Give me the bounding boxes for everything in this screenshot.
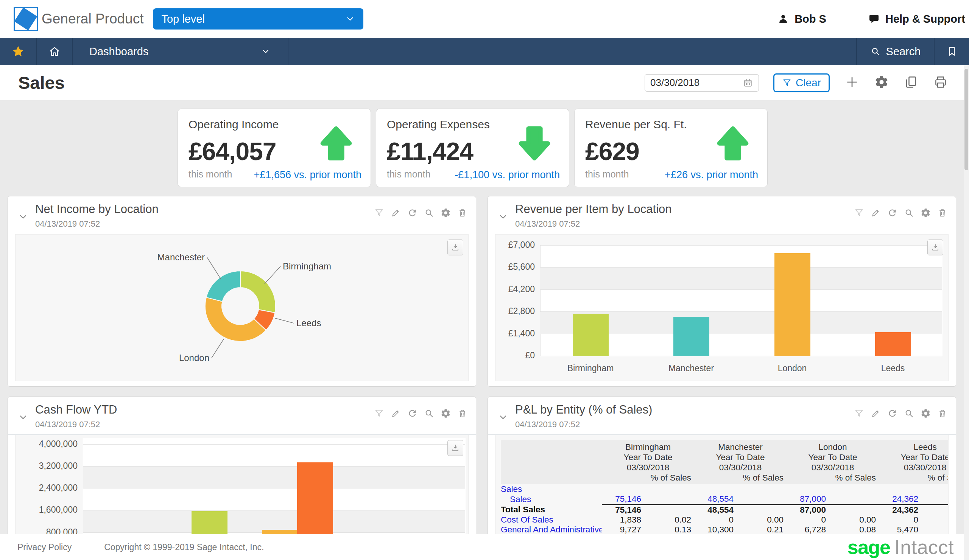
bar bbox=[673, 317, 709, 356]
widget-refresh-icon[interactable] bbox=[407, 208, 418, 219]
bar-chart-panel: £0£1,400£2,800£4,200£5,600£7,000Birmingh… bbox=[495, 234, 949, 381]
widget-refreshed-time: 04/13/2019 07:52 bbox=[35, 420, 100, 429]
privacy-policy-link[interactable]: Privacy Policy bbox=[17, 542, 72, 552]
pnl-cell[interactable]: 48,554 bbox=[694, 494, 737, 505]
collapse-widget-button[interactable] bbox=[498, 211, 508, 224]
search-button[interactable]: Search bbox=[857, 38, 934, 65]
cash-flow-bar-chart: 800,0001,600,0002,400,0003,200,0004,000,… bbox=[15, 435, 468, 534]
help-support-menu[interactable]: Help & Support bbox=[868, 13, 965, 25]
widget-delete-icon[interactable] bbox=[937, 208, 947, 219]
user-menu[interactable]: Bob S bbox=[777, 13, 826, 25]
pnl-row-label[interactable]: General And Administrative bbox=[501, 525, 602, 534]
pnl-cell: 0.00 bbox=[829, 515, 879, 525]
bar bbox=[875, 332, 911, 356]
pnl-cell: 10,300 bbox=[694, 525, 737, 534]
pnl-cell: 75,146 bbox=[602, 505, 644, 515]
bar bbox=[774, 253, 811, 356]
dashboard-settings-button[interactable] bbox=[874, 75, 889, 90]
pnl-cell[interactable]: 24,362 bbox=[879, 494, 921, 505]
widget-title: P&L by Entity (% of Sales) bbox=[515, 403, 652, 417]
page-scrollbar-thumb[interactable] bbox=[964, 69, 968, 170]
widget-edit-icon[interactable] bbox=[871, 408, 881, 420]
widget-revenue-per-item-by-location: Revenue per Item by Location 04/13/2019 … bbox=[488, 196, 956, 387]
widget-delete-icon[interactable] bbox=[457, 408, 468, 420]
star-icon bbox=[12, 45, 25, 58]
y-axis-tick: £5,600 bbox=[496, 262, 535, 272]
widget-edit-icon[interactable] bbox=[391, 408, 401, 420]
bookmark-button[interactable] bbox=[934, 38, 969, 65]
widget-settings-icon[interactable] bbox=[441, 408, 451, 420]
y-axis-tick: £2,800 bbox=[496, 306, 535, 316]
collapse-widget-button[interactable] bbox=[498, 412, 508, 424]
clear-filter-button[interactable]: Clear bbox=[773, 73, 830, 92]
widget-delete-icon[interactable] bbox=[457, 208, 468, 219]
gridline bbox=[83, 444, 465, 445]
copy-icon bbox=[904, 75, 918, 89]
pnl-cell bbox=[921, 525, 949, 534]
print-button[interactable] bbox=[933, 75, 948, 90]
widget-net-income-by-location: Net Income by Location 04/13/2019 07:52 … bbox=[8, 196, 476, 387]
widget-zoom-icon[interactable] bbox=[904, 408, 914, 420]
widget-delete-icon[interactable] bbox=[937, 408, 947, 420]
grid-band bbox=[83, 510, 465, 532]
pnl-cell bbox=[602, 484, 644, 494]
home-icon bbox=[48, 45, 61, 58]
collapse-widget-button[interactable] bbox=[18, 412, 28, 424]
revenue-bar-chart: £0£1,400£2,800£4,200£5,600£7,000Birmingh… bbox=[496, 234, 948, 381]
pnl-row-label[interactable]: Sales bbox=[501, 494, 602, 505]
svg-text:Manchester: Manchester bbox=[158, 252, 205, 262]
grid-band bbox=[83, 466, 465, 488]
widget-refresh-icon[interactable] bbox=[887, 408, 897, 420]
pnl-row-label[interactable]: Sales bbox=[501, 484, 602, 494]
widget-filter-icon[interactable] bbox=[854, 408, 864, 420]
download-chart-button[interactable] bbox=[448, 239, 463, 256]
chat-bubble-icon bbox=[868, 13, 880, 25]
widget-zoom-icon[interactable] bbox=[424, 208, 434, 219]
widget-refresh-icon[interactable] bbox=[887, 208, 897, 219]
bar bbox=[573, 314, 609, 356]
help-support-label: Help & Support bbox=[885, 13, 965, 25]
collapse-widget-button[interactable] bbox=[18, 211, 28, 224]
pnl-cell: 0.08 bbox=[829, 525, 879, 534]
widget-filter-icon[interactable] bbox=[854, 208, 864, 219]
page-scrollbar-track[interactable] bbox=[964, 65, 969, 560]
gridline bbox=[83, 488, 465, 489]
copy-dashboard-button[interactable] bbox=[904, 75, 918, 90]
kpi-delta: +£26 vs. prior month bbox=[665, 169, 758, 181]
pnl-cell bbox=[644, 505, 694, 515]
widget-settings-icon[interactable] bbox=[921, 408, 931, 420]
pnl-cell: 9,727 bbox=[602, 525, 644, 534]
widget-settings-icon[interactable] bbox=[441, 208, 451, 219]
gridline bbox=[540, 245, 942, 246]
pnl-cell bbox=[829, 505, 879, 515]
entity-selector-dropdown[interactable]: Top level bbox=[153, 8, 363, 30]
favorites-button[interactable] bbox=[0, 38, 36, 65]
pnl-column-group-header: BirminghamYear To Date03/30/2018% of Sal… bbox=[602, 440, 694, 484]
dashboards-menu-label: Dashboards bbox=[89, 45, 148, 58]
svg-text:Birmingham: Birmingham bbox=[283, 261, 331, 271]
add-component-button[interactable] bbox=[845, 75, 859, 90]
pnl-table-panel: BirminghamYear To Date03/30/2018% of Sal… bbox=[495, 435, 949, 534]
date-filter-input[interactable]: 03/30/2018 bbox=[644, 74, 759, 91]
widget-filter-icon[interactable] bbox=[374, 408, 384, 420]
download-chart-button[interactable] bbox=[448, 440, 463, 456]
widget-filter-icon[interactable] bbox=[374, 208, 384, 219]
user-name: Bob S bbox=[794, 13, 826, 25]
main-navbar: Dashboards Search bbox=[0, 38, 969, 65]
widget-zoom-icon[interactable] bbox=[424, 408, 434, 420]
download-chart-button[interactable] bbox=[927, 239, 943, 256]
widget-settings-icon[interactable] bbox=[921, 208, 931, 219]
filter-funnel-icon bbox=[782, 78, 792, 88]
pnl-cell[interactable]: 87,000 bbox=[787, 494, 829, 505]
widget-edit-icon[interactable] bbox=[871, 208, 881, 219]
entity-selector-label: Top level bbox=[161, 13, 205, 25]
widget-refresh-icon[interactable] bbox=[407, 408, 418, 420]
pnl-row-label[interactable]: Cost Of Sales bbox=[501, 515, 602, 525]
widget-zoom-icon[interactable] bbox=[904, 208, 914, 219]
widget-title: Revenue per Item by Location bbox=[515, 203, 672, 216]
dashboards-menu[interactable]: Dashboards bbox=[73, 38, 288, 65]
pnl-cell[interactable]: 75,146 bbox=[602, 494, 644, 505]
home-button[interactable] bbox=[37, 38, 72, 65]
widget-edit-icon[interactable] bbox=[391, 208, 401, 219]
plus-icon bbox=[845, 75, 859, 89]
